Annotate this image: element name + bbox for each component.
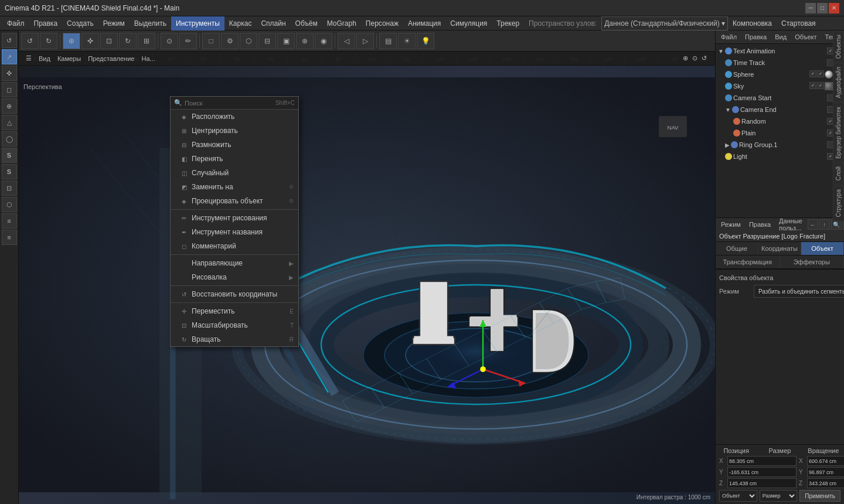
menu-create[interactable]: Создать [62,16,98,30]
menu-simulation[interactable]: Симуляция [445,16,492,30]
obj-row-random[interactable]: Random ✓ ✓ [717,115,843,127]
tb-obj1[interactable]: □ [202,33,220,49]
nav-cube[interactable]: NAV [659,116,687,137]
tb-select-live[interactable]: ⊕ [63,33,80,49]
obj-row-text-anim[interactable]: ▼ Text Animation ✓ ✓ [717,45,843,57]
tb-render[interactable]: 💡 [417,33,434,49]
vp-menu-na[interactable]: На... [138,55,158,62]
tb-rotate[interactable]: ↻ [119,33,137,49]
tb-brush[interactable]: ✏ [179,33,197,49]
coord-z-pos-input[interactable] [727,478,797,488]
attr-tab-transform[interactable]: Трансформация [716,256,780,268]
coord-y-size-input[interactable] [807,467,844,477]
attr-tab-general[interactable]: Общие [716,242,758,255]
tb-transform[interactable]: ⊞ [138,33,155,49]
obj-row-cam-end[interactable]: ▼ Camera End [717,104,843,115]
tb-grid-vis[interactable]: ▤ [379,33,397,49]
attr-menu-userdata[interactable]: Данные польз... [776,217,805,231]
dd-item-name-tool[interactable]: ✒ Инструмент названия [171,225,298,239]
dd-item-move[interactable]: ✛ Переместить E [171,304,298,318]
coord-size-mode-select[interactable]: Размер Масштаб [760,490,798,502]
attr-nav-up[interactable]: ↑ [819,219,830,230]
tool-select[interactable]: ↗ [2,49,17,64]
side-tab-layer[interactable]: Слой [833,162,844,185]
close-button[interactable]: ✕ [829,3,839,13]
tb-arr2[interactable]: ▷ [356,33,374,49]
tb-lights[interactable]: ☀ [398,33,416,49]
tb-obj3[interactable]: ⬡ [240,33,257,49]
sphere-vis-2[interactable]: ✓ [817,70,824,77]
project-gear-icon[interactable]: ⚙ [289,198,294,204]
obj-row-plain[interactable]: Plain ✓ ✓ [717,127,843,139]
minimize-button[interactable]: ─ [805,3,816,13]
vp-menu-cameras[interactable]: Камеры [54,55,84,62]
dd-item-project[interactable]: ◈ Проецировать объект ⚙ [171,194,298,208]
obj-row-sky[interactable]: Sky ✓ ✓ [717,80,843,92]
tb-move[interactable]: ✜ [81,33,99,49]
menu-spline[interactable]: Сплайн [256,16,290,30]
tb-redo[interactable]: ↻ [40,33,57,49]
tb-obj7[interactable]: ◉ [315,33,332,49]
vp-nav-1[interactable]: ⊕ [683,55,688,62]
tool-pen[interactable]: ⊕ [2,98,17,114]
vp-menu-icon[interactable]: ☰ [22,55,35,62]
tb-obj6[interactable]: ⊕ [296,33,314,49]
dd-item-rotate[interactable]: ↻ Вращать R [171,332,298,346]
menu-character[interactable]: Персонаж [361,16,403,30]
menu-select[interactable]: Выделить [130,16,171,30]
tool-hex[interactable]: ⬡ [2,197,17,212]
obj-row-cam-start[interactable]: Camera Start [717,92,843,104]
obj-menu-object[interactable]: Объект [792,30,819,43]
attr-tab-coords[interactable]: Координаты [758,242,801,255]
replace-gear-icon[interactable]: ⚙ [289,184,294,190]
tool-undo[interactable]: ↺ [2,33,17,48]
tb-obj4[interactable]: ⊟ [258,33,276,49]
coord-apply-button[interactable]: Применить [799,490,840,502]
tb-obj5[interactable]: ▣ [277,33,295,49]
tb-arr1[interactable]: ◁ [338,33,355,49]
menu-animation[interactable]: Анимация [403,16,445,30]
sky-vis-1[interactable]: ✓ [809,82,816,89]
obj-row-time-track[interactable]: Time Track [717,57,843,69]
dd-item-inherit[interactable]: ◧ Перенять [171,152,298,166]
menu-edit[interactable]: Правка [29,16,63,30]
dd-item-comment[interactable]: ◻ Комментарий [171,239,298,253]
side-tab-browser[interactable]: Браузер библиотек [833,103,844,163]
coord-x-size-input[interactable] [807,456,844,466]
menu-wireframe[interactable]: Каркас [224,16,257,30]
coord-z-size-input[interactable] [807,478,844,488]
tool-s1[interactable]: S [2,148,17,163]
obj-row-sphere[interactable]: Sphere ✓ ✓ [717,69,843,80]
maximize-button[interactable]: □ [817,3,828,13]
menu-mode[interactable]: Режим [98,16,130,30]
tool-triangle[interactable]: △ [2,115,17,130]
dd-item-draw-tool[interactable]: ✏ Инструмент рисования [171,211,298,225]
attr-nav-back[interactable]: ← [808,219,818,230]
side-tab-structure[interactable]: Структура [833,185,844,221]
dd-item-guides[interactable]: Направляющие ▶ [171,256,298,270]
obj-menu-file[interactable]: Файл [718,30,740,43]
vp-menu-view[interactable]: Вид [35,55,54,62]
menu-mograph[interactable]: MoGraph [322,16,361,30]
coord-x-pos-input[interactable] [727,456,797,466]
tool-grid[interactable]: ⊡ [2,181,17,196]
side-tab-audio[interactable]: Аудиофайл [833,63,844,102]
dd-item-raspologit[interactable]: ◈ Расположить [171,110,298,124]
sphere-vis-1[interactable]: ✓ [809,70,816,77]
attr-mode-dropdown[interactable]: Разбить и объединить сегменты [754,285,844,298]
sky-vis-2[interactable]: ✓ [817,82,824,89]
obj-menu-view[interactable]: Вид [772,30,789,43]
attr-tab-effectors[interactable]: Эффекторы [780,256,845,268]
coord-y-pos-input[interactable] [727,467,797,477]
vp-nav-2[interactable]: ⊙ [692,55,697,62]
tb-snap[interactable]: ⊙ [161,33,178,49]
tool-lines2[interactable]: ≡ [2,230,17,245]
dd-item-replace[interactable]: ◩ Заменить на ⚙ [171,180,298,194]
coord-mode-select[interactable]: Объект Мировое [719,490,757,502]
dd-item-scale[interactable]: ⊡ Масштабировать T [171,318,298,332]
menu-volume[interactable]: Объём [291,16,322,30]
menu-tracker[interactable]: Трекер [492,16,524,30]
menu-compose[interactable]: Компоновка [728,16,777,30]
tb-undo[interactable]: ↺ [21,33,39,49]
dd-item-multiply[interactable]: ⊟ Размножить [171,138,298,152]
